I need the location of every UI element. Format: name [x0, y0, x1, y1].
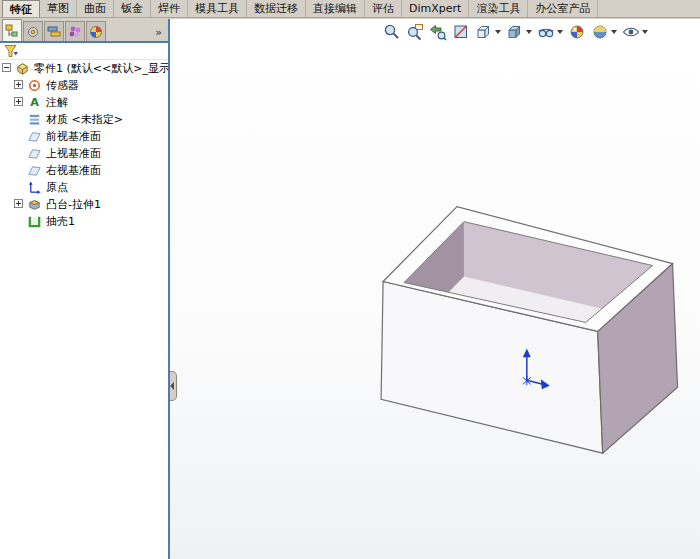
- plane-icon: [27, 146, 43, 161]
- tree-item-top-plane[interactable]: 上视基准面: [0, 145, 168, 162]
- tree-item-shell1[interactable]: 抽壳1: [0, 213, 168, 230]
- graphics-viewport[interactable]: [170, 19, 700, 559]
- manager-tab-strip: »: [0, 19, 168, 43]
- ribbon-tab-data-migration[interactable]: 数据迁移: [247, 0, 306, 17]
- property-manager-tab[interactable]: [23, 21, 43, 41]
- tree-item-sensors[interactable]: 传感器: [0, 77, 168, 94]
- display-style-icon[interactable]: [504, 22, 534, 42]
- tree-item-label: 传感器: [46, 78, 79, 93]
- origin-icon: [27, 180, 43, 195]
- previous-view-icon[interactable]: [427, 22, 449, 42]
- dimxpert-manager-tab[interactable]: [65, 21, 85, 41]
- tree-item-part-root[interactable]: 零件1 (默认<<默认>_显示状态: [0, 60, 168, 77]
- feature-manager-panel: »: [0, 19, 170, 559]
- zoom-to-area-icon[interactable]: [404, 22, 426, 42]
- dropdown-arrow-icon[interactable]: [557, 30, 563, 34]
- dropdown-arrow-icon[interactable]: [495, 30, 501, 34]
- ribbon-tab-weldments[interactable]: 焊件: [151, 0, 188, 17]
- view-settings-icon[interactable]: [620, 22, 650, 42]
- expand-toggle[interactable]: [14, 199, 25, 210]
- solidworks-window: 特征 草图 曲面 钣金 焊件 模具工具 数据迁移 直接编辑 评估 DimXper…: [0, 0, 700, 559]
- expand-toggle[interactable]: [14, 80, 25, 91]
- shell-icon: [27, 214, 43, 229]
- feature-tree-icon: [5, 24, 19, 38]
- collapse-panel-icon: [170, 382, 174, 390]
- section-view-icon[interactable]: [450, 22, 472, 42]
- tree-item-right-plane[interactable]: 右视基准面: [0, 162, 168, 179]
- hide-show-items-icon[interactable]: [535, 22, 565, 42]
- feature-manager-tab[interactable]: [2, 19, 22, 41]
- ribbon-tab-dimxpert[interactable]: DimXpert: [402, 0, 469, 17]
- material-icon: [27, 112, 43, 127]
- display-manager-tab[interactable]: [86, 21, 106, 41]
- manager-tabs-overflow-button[interactable]: »: [155, 26, 166, 41]
- panel-splitter-handle[interactable]: [170, 371, 177, 401]
- part-icon: [15, 61, 31, 76]
- plane-icon: [27, 129, 43, 144]
- ribbon-tab-office-products[interactable]: 办公室产品: [528, 0, 598, 17]
- ribbon-tab-features[interactable]: 特征: [2, 0, 40, 17]
- configuration-manager-tab[interactable]: [44, 21, 64, 41]
- heads-up-view-toolbar: [381, 22, 650, 42]
- tree-item-label: 右视基准面: [46, 163, 101, 178]
- display-manager-icon: [89, 25, 103, 39]
- plane-icon: [27, 163, 43, 178]
- tree-filter-row[interactable]: [0, 43, 168, 60]
- tree-item-label: 前视基准面: [46, 129, 101, 144]
- ribbon-tab-evaluate[interactable]: 评估: [365, 0, 402, 17]
- tree-item-label: 抽壳1: [46, 214, 75, 229]
- dimxpert-manager-icon: [68, 25, 82, 39]
- tree-item-label: 零件1 (默认<<默认>_显示状态: [34, 61, 168, 76]
- collapse-toggle[interactable]: [2, 63, 13, 74]
- tree-item-annotations[interactable]: A 注解: [0, 94, 168, 111]
- ribbon-tab-direct-editing[interactable]: 直接编辑: [306, 0, 365, 17]
- dropdown-arrow-icon[interactable]: [611, 30, 617, 34]
- sensors-icon: [27, 78, 43, 93]
- tree-item-label: 上视基准面: [46, 146, 101, 161]
- ribbon-tab-sheet-metal[interactable]: 钣金: [114, 0, 151, 17]
- apply-scene-icon[interactable]: [589, 22, 619, 42]
- part-model[interactable]: [170, 19, 700, 559]
- property-manager-icon: [26, 25, 40, 39]
- tree-item-origin[interactable]: 原点: [0, 179, 168, 196]
- ribbon-tab-mold-tools[interactable]: 模具工具: [188, 0, 247, 17]
- tree-item-label: 注解: [46, 95, 68, 110]
- svg-text:A: A: [30, 96, 39, 109]
- dropdown-arrow-icon[interactable]: [642, 30, 648, 34]
- ribbon-tab-render-tools[interactable]: 渲染工具: [469, 0, 528, 17]
- tree-item-label: 材质 <未指定>: [46, 112, 123, 127]
- ribbon-tab-surfaces[interactable]: 曲面: [77, 0, 114, 17]
- expand-toggle[interactable]: [14, 97, 25, 108]
- edit-appearance-icon[interactable]: [566, 22, 588, 42]
- tree-item-material[interactable]: 材质 <未指定>: [0, 111, 168, 128]
- tree-item-boss-extrude1[interactable]: 凸台-拉伸1: [0, 196, 168, 213]
- configuration-manager-icon: [47, 25, 61, 39]
- zoom-fit-icon[interactable]: [381, 22, 403, 42]
- filter-funnel-icon: [3, 44, 19, 58]
- feature-tree: 零件1 (默认<<默认>_显示状态 传感器: [0, 43, 168, 559]
- dropdown-arrow-icon[interactable]: [526, 30, 532, 34]
- tree-item-label: 凸台-拉伸1: [46, 197, 101, 212]
- tree-item-label: 原点: [46, 180, 68, 195]
- tree-item-front-plane[interactable]: 前视基准面: [0, 128, 168, 145]
- ribbon-tab-sketch[interactable]: 草图: [40, 0, 77, 17]
- command-manager-tab-bar: 特征 草图 曲面 钣金 焊件 模具工具 数据迁移 直接编辑 评估 DimXper…: [0, 0, 700, 18]
- annotations-icon: A: [27, 95, 43, 110]
- boss-extrude-icon: [27, 197, 43, 212]
- view-orientation-icon[interactable]: [473, 22, 503, 42]
